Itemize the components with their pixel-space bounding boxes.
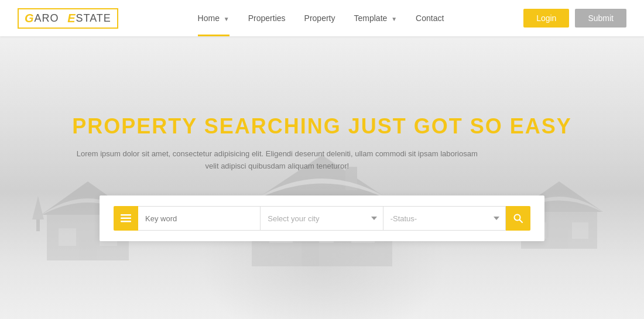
svg-rect-19 [121, 214, 131, 216]
template-dropdown-arrow: ▼ [391, 16, 397, 22]
logo-g: G [25, 12, 35, 25]
submit-button[interactable]: Submit [575, 9, 626, 28]
logo-aro: ARO [35, 12, 59, 25]
nav-home-label: Home [198, 13, 220, 23]
menu-icon-button[interactable] [114, 206, 138, 231]
nav-properties-link[interactable]: Properties [248, 13, 286, 23]
home-dropdown-arrow: ▼ [224, 16, 229, 22]
logo[interactable]: GARO ESTATE [18, 8, 118, 29]
svg-rect-20 [121, 218, 131, 219]
sidebar-item-properties[interactable]: Properties [248, 13, 286, 23]
nav-properties-label: Properties [248, 13, 286, 23]
login-button[interactable]: Login [523, 9, 569, 28]
svg-rect-6 [302, 237, 319, 266]
nav-contact-link[interactable]: Contact [416, 13, 444, 23]
search-status-select[interactable]: -Status-For SaleFor RentSold [383, 206, 506, 231]
search-bar: Select your cityNew YorkLos AngelesChica… [100, 195, 544, 241]
navbar: GARO ESTATE Home ▼ Properties Property T… [0, 0, 644, 36]
svg-marker-12 [32, 196, 44, 219]
nav-actions: Login Submit [523, 9, 626, 28]
hamburger-icon [121, 213, 131, 224]
nav-template-label: Template [354, 13, 388, 23]
nav-template-link[interactable]: Template ▼ [354, 13, 398, 23]
svg-rect-13 [36, 219, 40, 231]
nav-home-link[interactable]: Home ▼ [198, 13, 229, 23]
sidebar-item-home[interactable]: Home ▼ [198, 13, 229, 23]
hero-section: PROPERTY SEARCHING JUST GOT SO EASY Lore… [0, 36, 644, 319]
logo-state: STATE [76, 12, 111, 25]
search-keyword-input[interactable] [138, 206, 261, 231]
svg-rect-17 [572, 222, 588, 239]
hero-title: PROPERTY SEARCHING JUST GOT SO EASY [72, 114, 571, 139]
svg-rect-9 [59, 228, 76, 246]
svg-rect-11 [79, 237, 97, 260]
sidebar-item-contact[interactable]: Contact [416, 13, 444, 23]
sidebar-item-template[interactable]: Template ▼ [354, 13, 398, 23]
nav-contact-label: Contact [416, 13, 444, 23]
svg-rect-21 [121, 221, 131, 222]
search-icon [513, 214, 523, 223]
hero-subtitle: Lorem ipsum dolor sit amet, consectetur … [72, 148, 482, 173]
svg-line-23 [519, 220, 522, 223]
search-city-select[interactable]: Select your cityNew YorkLos AngelesChica… [261, 206, 383, 231]
search-submit-button[interactable] [506, 206, 530, 231]
logo-space [61, 12, 66, 25]
hero-content: PROPERTY SEARCHING JUST GOT SO EASY Lore… [72, 114, 571, 173]
svg-rect-18 [550, 230, 568, 249]
nav-property-link[interactable]: Property [304, 13, 335, 23]
logo-e: E [67, 12, 76, 25]
nav-property-label: Property [304, 13, 335, 23]
nav-links: Home ▼ Properties Property Template ▼ Co… [198, 13, 444, 23]
sidebar-item-property[interactable]: Property [304, 13, 335, 23]
